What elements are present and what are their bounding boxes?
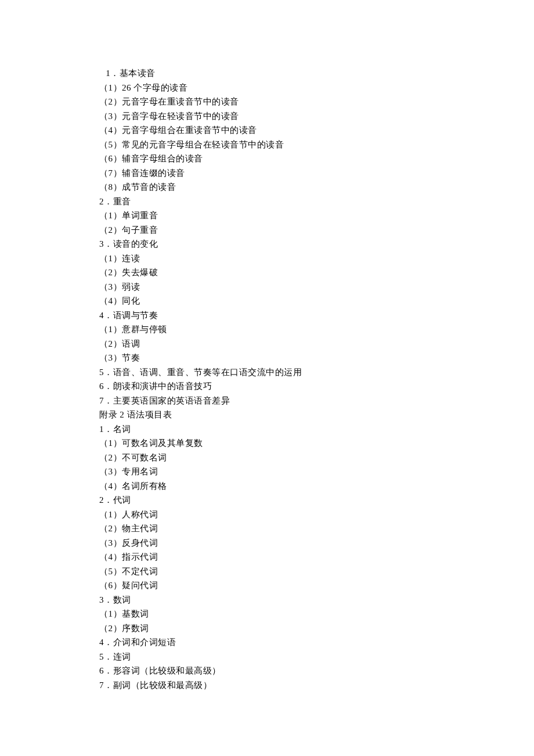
text-line: （2）失去爆破 [99,265,534,280]
text-line: 5．语音、语调、重音、节奏等在口语交流中的运用 [99,365,534,380]
text-line: （2）句子重音 [99,223,534,237]
text-line: 6．朗读和演讲中的语音技巧 [99,379,534,394]
text-line: （4）指示代词 [99,550,534,564]
text-line: 6．形容词（比较级和最高级） [99,664,534,678]
text-line: 3．数词 [99,593,534,607]
text-line: 2．代词 [99,493,534,507]
text-line: （2）序数词 [99,621,534,636]
text-line: （2）语调 [99,337,534,351]
text-line: （3）节奏 [99,351,534,365]
text-line: （1）可数名词及其单复数 [99,436,534,451]
text-line: （5）不定代词 [99,564,534,579]
text-line: （3）反身代词 [99,536,534,550]
text-line: 1．基本读音 [99,66,534,81]
text-line: （2）不可数名词 [99,451,534,465]
text-line: （6）辅音字母组合的读音 [99,152,534,166]
text-line: （3）元音字母在轻读音节中的读音 [99,109,534,124]
text-line: （4）同化 [99,294,534,308]
text-line: （3）专用名词 [99,465,534,479]
text-line: 4．介词和介词短语 [99,635,534,650]
text-line: （1）单词重音 [99,208,534,223]
text-line: （1）人称代词 [99,507,534,522]
text-line: （8）成节音的读音 [99,180,534,195]
text-line: （3）弱读 [99,280,534,294]
text-line: 1．名词 [99,422,534,437]
text-line: 附录 2 语法项目表 [99,408,534,422]
text-line: 7．副词（比较级和最高级） [99,678,534,693]
text-line: （1）基数词 [99,607,534,621]
text-line: 2．重音 [99,195,534,209]
text-line: （4）名词所有格 [99,479,534,494]
text-line: （2）物主代词 [99,521,534,536]
text-line: 3．读音的变化 [99,237,534,251]
text-line: 5．连词 [99,650,534,664]
text-line: （7）辅音连缀的读音 [99,166,534,181]
text-line: （2）元音字母在重读音节中的读音 [99,95,534,109]
text-line: （1）26 个字母的读音 [99,81,534,95]
text-line: 7．主要英语国家的英语语音差异 [99,394,534,408]
text-line: （1）意群与停顿 [99,322,534,337]
text-line: 4．语调与节奏 [99,308,534,323]
text-line: （4）元音字母组合在重读音节中的读音 [99,123,534,138]
text-line: （5）常见的元音字母组合在轻读音节中的读音 [99,138,534,152]
text-line: （1）连读 [99,251,534,266]
text-line: （6）疑问代词 [99,578,534,593]
document-content: 1．基本读音（1）26 个字母的读音（2）元音字母在重读音节中的读音（3）元音字… [0,0,534,692]
